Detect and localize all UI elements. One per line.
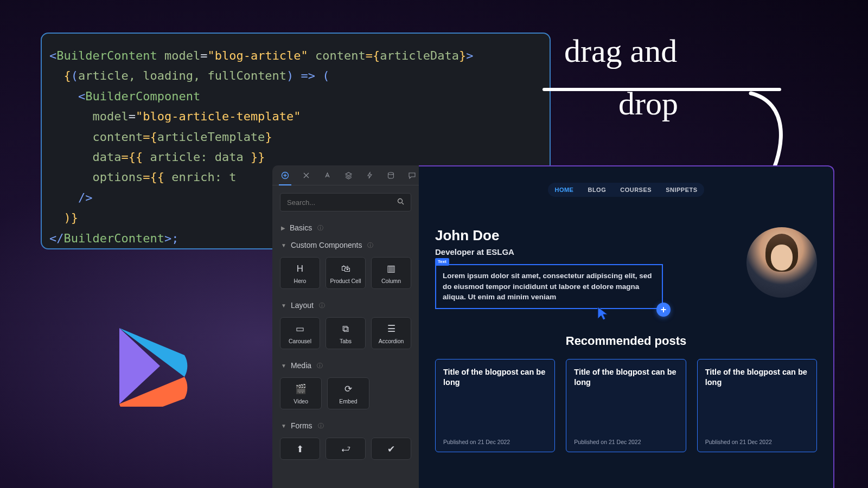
component-carousel[interactable]: ▭Carousel bbox=[280, 317, 320, 349]
upload-icon: ⬆ bbox=[296, 444, 304, 455]
info-icon: ⓘ bbox=[318, 422, 324, 430]
section-label: Media bbox=[291, 361, 311, 370]
section-custom[interactable]: ▼ Custom Components ⓘ bbox=[272, 236, 419, 254]
component-form-a[interactable]: ⬆ bbox=[280, 438, 320, 460]
component-embed[interactable]: ⟳Embed bbox=[327, 377, 369, 409]
post-title: Title of the blogpost can be long bbox=[705, 367, 809, 388]
design-icon[interactable] bbox=[302, 171, 310, 179]
sidebar-toolbar bbox=[272, 165, 419, 185]
video-icon: 🎬 bbox=[295, 383, 307, 395]
search-input[interactable]: Search... bbox=[280, 193, 411, 211]
handwriting-underline bbox=[542, 88, 781, 91]
chevron-down-icon: ▼ bbox=[281, 363, 286, 369]
chevron-down-icon: ▼ bbox=[281, 303, 286, 309]
post-card[interactable]: Title of the blogpost can be long Publis… bbox=[697, 359, 817, 452]
post-title: Title of the blogpost can be long bbox=[574, 367, 678, 388]
section-forms[interactable]: ▼ Forms ⓘ bbox=[272, 417, 419, 434]
check-icon: ✔ bbox=[387, 444, 395, 455]
post-title: Title of the blogpost can be long bbox=[443, 367, 547, 388]
svg-point-2 bbox=[398, 199, 403, 203]
info-icon: ⓘ bbox=[317, 224, 323, 232]
search-icon bbox=[397, 198, 404, 207]
cursor-icon bbox=[597, 306, 609, 321]
preview-nav: HOME BLOG COURSES SNIPPETS bbox=[548, 183, 704, 197]
post-date: Published on 21 Dec 2022 bbox=[574, 439, 678, 445]
info-icon: ⓘ bbox=[319, 301, 325, 310]
chevron-down-icon: ▼ bbox=[281, 242, 286, 248]
recommended-heading: Recommended posts bbox=[435, 334, 817, 348]
carousel-icon: ▭ bbox=[296, 323, 304, 335]
post-date: Published on 21 Dec 2022 bbox=[705, 439, 809, 445]
component-product-cell[interactable]: 🛍Product Cell bbox=[326, 257, 366, 289]
search-placeholder: Search... bbox=[287, 198, 315, 207]
bio-text: Lorem ipsum dolor sit amet, consectetur … bbox=[443, 272, 652, 301]
text-icon[interactable] bbox=[323, 171, 331, 179]
data-icon[interactable] bbox=[387, 171, 395, 179]
info-icon: ⓘ bbox=[317, 362, 323, 370]
nav-snippets[interactable]: SNIPPETS bbox=[666, 187, 697, 193]
layers-icon[interactable] bbox=[344, 171, 353, 179]
post-card[interactable]: Title of the blogpost can be long Publis… bbox=[435, 359, 555, 452]
nav-courses[interactable]: COURSES bbox=[620, 187, 652, 193]
comment-icon[interactable] bbox=[408, 171, 416, 179]
section-basics[interactable]: ▶ Basics ⓘ bbox=[272, 219, 419, 236]
column-icon: ▥ bbox=[387, 263, 395, 274]
profile-title[interactable]: Developer at ESLGA bbox=[435, 247, 663, 256]
handwriting-line1: drag and bbox=[564, 33, 803, 70]
add-icon[interactable] bbox=[281, 171, 289, 179]
input-icon: ⮐ bbox=[341, 444, 350, 455]
chevron-right-icon: ▶ bbox=[281, 225, 285, 231]
section-label: Custom Components bbox=[291, 241, 362, 249]
profile-avatar[interactable] bbox=[746, 227, 817, 298]
component-hero[interactable]: HHero bbox=[280, 257, 320, 289]
component-tabs[interactable]: ⧉Tabs bbox=[326, 317, 366, 349]
component-form-c[interactable]: ✔ bbox=[371, 438, 411, 460]
section-label: Forms bbox=[291, 421, 312, 430]
hero-icon: H bbox=[297, 264, 303, 274]
component-accordion[interactable]: ☰Accordion bbox=[371, 317, 411, 349]
bio-text-block[interactable]: Text Lorem ipsum dolor sit amet, consect… bbox=[435, 264, 663, 309]
accordion-icon: ☰ bbox=[387, 323, 395, 335]
chevron-down-icon: ▼ bbox=[281, 423, 286, 429]
svg-point-1 bbox=[388, 172, 394, 175]
post-card[interactable]: Title of the blogpost can be long Publis… bbox=[566, 359, 686, 452]
section-label: Basics bbox=[290, 223, 312, 232]
profile-name[interactable]: John Doe bbox=[435, 227, 663, 244]
section-layout[interactable]: ▼ Layout ⓘ bbox=[272, 297, 419, 314]
builder-logo bbox=[108, 325, 190, 407]
component-column[interactable]: ▥Column bbox=[371, 257, 411, 289]
preview-canvas[interactable]: HOME BLOG COURSES SNIPPETS John Doe Deve… bbox=[419, 165, 834, 488]
embed-icon: ⟳ bbox=[344, 383, 352, 395]
bolt-icon[interactable] bbox=[366, 171, 374, 179]
nav-home[interactable]: HOME bbox=[554, 187, 573, 193]
nav-blog[interactable]: BLOG bbox=[588, 187, 606, 193]
selection-tag: Text bbox=[435, 258, 449, 266]
section-label: Layout bbox=[291, 301, 314, 310]
component-video[interactable]: 🎬Video bbox=[280, 377, 322, 409]
section-media[interactable]: ▼ Media ⓘ bbox=[272, 357, 419, 374]
info-icon: ⓘ bbox=[367, 241, 373, 249]
add-block-button[interactable]: + bbox=[656, 303, 671, 317]
component-sidebar: Search... ▶ Basics ⓘ ▼ Custom Components… bbox=[272, 165, 419, 488]
component-form-b[interactable]: ⮐ bbox=[326, 438, 366, 460]
bag-icon: 🛍 bbox=[341, 264, 350, 274]
post-date: Published on 21 Dec 2022 bbox=[443, 439, 547, 445]
tabs-icon: ⧉ bbox=[342, 324, 349, 335]
